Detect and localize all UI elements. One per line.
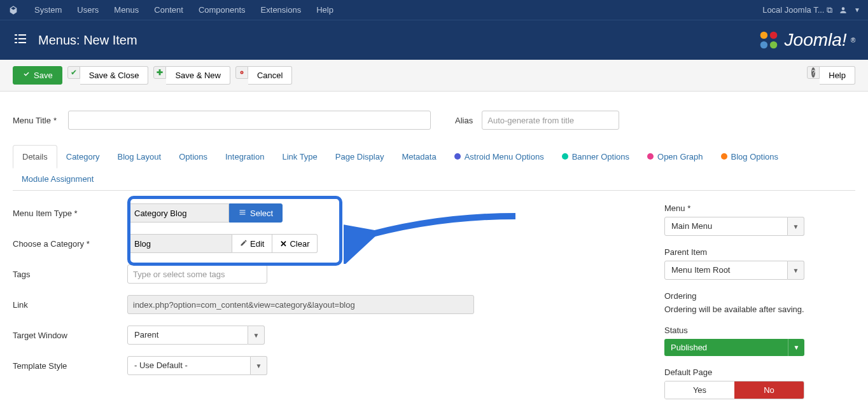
ordering-note: Ordering will be available after saving. (664, 305, 855, 314)
menu-title-input[interactable] (68, 111, 431, 130)
user-caret-icon[interactable]: ▼ (854, 6, 860, 13)
target-window-value: Parent (127, 326, 248, 345)
brand-text: Joomla! (785, 30, 847, 50)
chevron-down-icon[interactable]: ▼ (248, 326, 265, 345)
tab-astroid[interactable]: Astroid Menu Options (445, 145, 553, 168)
default-no-button[interactable]: No (734, 381, 804, 399)
dot-icon (562, 153, 568, 160)
joomla-logo-icon (757, 28, 781, 52)
top-menu-menus[interactable]: Menus (106, 5, 146, 15)
trademark-icon: ® (851, 37, 855, 44)
ordering-label: Ordering (664, 291, 855, 301)
svg-point-2 (760, 41, 767, 48)
top-menu-components[interactable]: Components (191, 5, 253, 15)
parent-select[interactable]: Menu Item Root ▼ (664, 261, 804, 280)
status-value: Published (664, 339, 788, 356)
edit-category-button[interactable]: Edit (232, 234, 272, 253)
clear-category-button[interactable]: ✕ Clear (272, 234, 318, 253)
joomla-icon[interactable] (8, 4, 19, 16)
tab-metadata[interactable]: Metadata (393, 145, 445, 168)
top-menu-content[interactable]: Content (146, 5, 191, 15)
apply-icon (22, 71, 30, 80)
menu-label: Menu * (664, 203, 855, 213)
ordering-field: Ordering Ordering will be available afte… (664, 291, 855, 314)
joomla-logo[interactable]: Joomla! ® (757, 28, 855, 52)
parent-label: Parent Item (664, 247, 855, 257)
link-label: Link (13, 300, 127, 310)
tab-link-type[interactable]: Link Type (273, 145, 326, 168)
help-button[interactable]: Help (820, 66, 855, 85)
tags-input[interactable] (127, 264, 267, 284)
top-menu-extensions[interactable]: Extensions (253, 5, 309, 15)
pencil-icon (240, 239, 248, 249)
tab-blog-layout[interactable]: Blog Layout (109, 145, 171, 168)
dot-icon (647, 153, 654, 160)
category-value (127, 234, 232, 253)
alias-wrap: Alias (455, 111, 619, 130)
top-menu-system[interactable]: System (27, 5, 69, 15)
help-group: ? Help (807, 66, 855, 85)
top-menu-help[interactable]: Help (309, 5, 341, 15)
template-style-row: Template Style - Use Default - ▼ (13, 356, 626, 375)
tab-banner[interactable]: Banner Options (553, 145, 638, 168)
alias-input[interactable] (482, 111, 619, 130)
alias-label: Alias (455, 116, 473, 125)
tabs: Details Category Blog Layout Options Int… (13, 145, 855, 191)
tab-options[interactable]: Options (170, 145, 216, 168)
svg-point-3 (769, 41, 776, 48)
content-area: Menu Title * Alias Details Category Blog… (0, 92, 868, 405)
tab-module-assignment[interactable]: Module Assignment (13, 168, 102, 190)
plus-icon: ✚ (153, 66, 166, 79)
save-new-button[interactable]: Save & New (166, 66, 230, 85)
status-field: Status Published ▼ (664, 326, 855, 356)
svg-point-1 (769, 32, 776, 39)
tab-blog-options[interactable]: Blog Options (712, 145, 787, 168)
chevron-down-icon[interactable]: ▼ (788, 339, 804, 356)
save-close-button[interactable]: Save & Close (80, 66, 149, 85)
save-new-group: ✚ Save & New (153, 66, 230, 85)
check-icon: ✔ (67, 66, 80, 79)
default-yes-button[interactable]: Yes (665, 381, 734, 399)
dot-icon (721, 153, 727, 160)
user-icon[interactable] (837, 4, 849, 16)
chevron-down-icon[interactable]: ▼ (251, 356, 267, 375)
status-select[interactable]: Published ▼ (664, 339, 804, 356)
link-row: Link (13, 295, 626, 314)
dot-icon (454, 153, 461, 160)
top-menu-left: System Users Menus Content Components Ex… (8, 4, 341, 16)
tags-label: Tags (13, 270, 127, 279)
tab-page-display[interactable]: Page Display (326, 145, 393, 168)
parent-field: Parent Item Menu Item Root ▼ (664, 247, 855, 280)
default-page-label: Default Page (664, 367, 855, 377)
choose-category-group: Edit ✕ Clear (127, 234, 318, 253)
choose-category-row: Choose a Category * Edit ✕ Clear (13, 234, 626, 253)
page-title-wrap: Menus: New Item (13, 31, 137, 50)
chevron-down-icon[interactable]: ▼ (788, 217, 804, 236)
target-window-select[interactable]: Parent ▼ (127, 326, 265, 345)
cancel-button[interactable]: Cancel (248, 66, 292, 85)
tab-content: Menu Item Type * Select Choose a Categor… (13, 191, 855, 405)
top-menu-users[interactable]: Users (69, 5, 106, 15)
cancel-group: Cancel (235, 66, 292, 85)
title-row: Menu Title * Alias (13, 111, 855, 130)
tab-category[interactable]: Category (57, 145, 109, 168)
menu-field: Menu * Main Menu ▼ (664, 203, 855, 236)
menu-item-type-value (127, 203, 229, 223)
menu-select[interactable]: Main Menu ▼ (664, 217, 804, 236)
cancel-icon (235, 66, 248, 79)
chevron-down-icon[interactable]: ▼ (788, 261, 804, 280)
default-page-toggle: Yes No (664, 381, 804, 399)
status-label: Status (664, 326, 855, 335)
tab-details[interactable]: Details (13, 145, 57, 168)
template-style-label: Template Style (13, 361, 127, 371)
tab-open-graph[interactable]: Open Graph (638, 145, 712, 168)
tab-integration[interactable]: Integration (216, 145, 273, 168)
menu-item-type-group: Select (127, 203, 283, 223)
close-icon: ✕ (280, 239, 287, 249)
template-style-select[interactable]: - Use Default - ▼ (127, 356, 267, 375)
select-type-button[interactable]: Select (229, 203, 283, 223)
page-title: Menus: New Item (38, 33, 137, 48)
site-link[interactable]: Local Joomla T... ⧉ (762, 5, 832, 15)
action-toolbar: Save ✔ Save & Close ✚ Save & New Cancel … (0, 60, 868, 92)
save-button[interactable]: Save (13, 66, 62, 85)
